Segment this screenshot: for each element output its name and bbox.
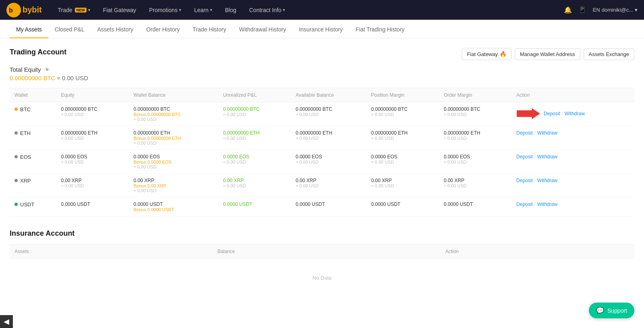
- total-equity-value: 0.00000000 BTC ≈ 0.00 USD: [10, 75, 634, 81]
- nav-promotions[interactable]: Promotions ▾: [142, 0, 188, 20]
- tab-withdrawal-history[interactable]: Withdrawal History: [233, 20, 293, 38]
- table-row: XRP0.00 XRP≈ 0.00 USD0.00 XRPBonus 0.00 …: [10, 174, 634, 197]
- action-separator: /: [534, 201, 535, 207]
- unrealized-pnl-cell: 0.00000000 ETH≈ 0.00 USD: [218, 126, 291, 150]
- tab-fiat-trading-history[interactable]: Fiat Trading History: [349, 20, 411, 38]
- nav-contract-label: Contract Info: [249, 7, 281, 13]
- order-margin-cell: 0.00 XRP≈ 0.00 USD: [439, 174, 511, 197]
- table-row: BTC0.00000000 BTC≈ 0.00 USD0.00000000 BT…: [10, 102, 634, 126]
- position-margin-cell: 0.0000 USDT: [366, 197, 439, 216]
- content: Trading Account Fiat Gateway 🔥 Manage Wa…: [0, 38, 644, 307]
- order-margin-cell: 0.0000 USDT: [439, 197, 511, 216]
- nav-trade[interactable]: Trade NEW ▾: [52, 0, 97, 20]
- coin-cell: XRP: [10, 174, 56, 197]
- user-menu[interactable]: EN dominiki@c... ▾: [593, 7, 638, 13]
- equity-eye-icon[interactable]: 👁: [44, 66, 50, 73]
- col-wallet-balance: Wallet Balance: [129, 88, 218, 102]
- nav-learn-label: Learn: [194, 7, 208, 13]
- equity-cell: 0.00000000 ETH≈ 0.00 USD: [56, 126, 128, 150]
- tab-order-history[interactable]: Order History: [140, 20, 186, 38]
- navbar: b bybit Trade NEW ▾ Fiat Gateway Promoti…: [0, 0, 644, 20]
- action-links: Deposit / Withdraw: [516, 178, 630, 183]
- support-label: Support: [607, 307, 627, 314]
- nav-trade-chevron: ▾: [88, 8, 90, 12]
- unrealized-pnl-cell: 0.0000 EOS≈ 0.00 USD: [218, 150, 291, 174]
- nav-promotions-chevron: ▾: [179, 8, 181, 12]
- withdraw-link[interactable]: Withdraw: [537, 201, 557, 207]
- withdraw-link[interactable]: Withdraw: [537, 130, 557, 136]
- fire-icon: 🔥: [500, 51, 506, 57]
- action-separator: /: [534, 154, 535, 160]
- notification-icon[interactable]: 🔔: [564, 6, 572, 14]
- fiat-gateway-label: Fiat Gateway: [467, 51, 498, 57]
- position-margin-cell: 0.00 XRP≈ 0.00 USD: [366, 174, 439, 197]
- insurance-account-section: Insurance Account Assets Balance Action …: [10, 229, 634, 297]
- available-balance-cell: 0.00000000 BTC≈ 0.00 USD: [291, 102, 366, 126]
- table-row: EOS0.0000 EOS≈ 0.00 USD0.0000 EOSBonus 0…: [10, 150, 634, 174]
- red-arrow-icon: [516, 106, 541, 121]
- col-action: Action: [512, 88, 634, 102]
- tab-insurance-history[interactable]: Insurance History: [293, 20, 349, 38]
- deposit-link[interactable]: Deposit: [516, 130, 533, 136]
- coin-cell: USDT: [10, 197, 56, 216]
- assets-exchange-button[interactable]: Assets Exchange: [584, 48, 634, 60]
- unrealized-pnl-cell: 0.00000000 BTC≈ 0.00 USD: [218, 102, 291, 126]
- available-balance-cell: 0.0000 EOS≈ 0.00 USD: [291, 150, 366, 174]
- coin-cell: BTC: [10, 102, 56, 126]
- support-button[interactable]: 💬 Support: [589, 303, 634, 318]
- trading-account-title: Trading Account: [10, 48, 66, 56]
- nav-trade-label: Trade: [58, 7, 72, 13]
- deposit-link[interactable]: Deposit: [516, 201, 533, 207]
- tabs-bar: My Assets Closed P&L Assets History Orde…: [0, 20, 644, 38]
- insurance-no-data: No Data: [10, 259, 634, 297]
- logo[interactable]: b bybit: [6, 3, 42, 17]
- deposit-link[interactable]: Deposit: [544, 111, 560, 116]
- insurance-col-balance: Balance: [213, 245, 440, 259]
- nav-items: Trade NEW ▾ Fiat Gateway Promotions ▾ Le…: [52, 0, 564, 20]
- order-margin-cell: 0.00000000 BTC≈ 0.00 USD: [439, 102, 511, 126]
- deposit-link[interactable]: Deposit: [516, 154, 533, 160]
- manage-wallet-button[interactable]: Manage Wallet Address: [515, 48, 580, 60]
- scroll-indicator[interactable]: ◀: [0, 315, 13, 328]
- withdraw-link[interactable]: Withdraw: [565, 111, 585, 116]
- nav-learn[interactable]: Learn ▾: [188, 0, 219, 20]
- action-links: Deposit / Withdraw: [544, 111, 585, 116]
- nav-blog-label: Blog: [225, 7, 236, 13]
- nav-contract-info[interactable]: Contract Info ▾: [243, 0, 291, 20]
- wallet-balance-cell: 0.00000000 BTCBonus 0.00000000 BTC≈ 0.00…: [129, 102, 218, 126]
- order-margin-cell: 0.00000000 ETH≈ 0.00 USD: [439, 126, 511, 150]
- table-row: USDT0.0000 USDT0.0000 USDTBonus 0.0000 U…: [10, 197, 634, 216]
- nav-blog[interactable]: Blog: [219, 0, 243, 20]
- action-links: Deposit / Withdraw: [516, 130, 630, 136]
- col-position-margin: Position Margin: [366, 88, 439, 102]
- tab-trade-history[interactable]: Trade History: [186, 20, 233, 38]
- col-available-balance: Available Balance: [291, 88, 366, 102]
- equity-cell: 0.0000 USDT: [56, 197, 128, 216]
- tab-my-assets[interactable]: My Assets: [10, 20, 48, 38]
- table-row: ETH0.00000000 ETH≈ 0.00 USD0.00000000 ET…: [10, 126, 634, 150]
- nav-fiat-gateway[interactable]: Fiat Gateway: [97, 0, 142, 20]
- support-chat-icon: 💬: [596, 307, 604, 314]
- action-cell: Deposit / Withdraw: [512, 150, 634, 174]
- unrealized-pnl-cell: 0.00 XRP≈ 0.00 USD: [218, 174, 291, 197]
- deposit-link[interactable]: Deposit: [516, 178, 533, 183]
- nav-right: 🔔 📱 EN dominiki@c... ▾: [564, 6, 638, 14]
- device-icon[interactable]: 📱: [578, 6, 586, 14]
- username-label: dominiki@c...: [602, 7, 633, 13]
- available-balance-cell: 0.00000000 ETH≈ 0.00 USD: [291, 126, 366, 150]
- insurance-no-data-row: No Data: [10, 259, 634, 297]
- action-cell: Deposit / Withdraw: [512, 126, 634, 150]
- withdraw-link[interactable]: Withdraw: [537, 154, 557, 160]
- action-cell: Deposit / Withdraw: [512, 197, 634, 216]
- nav-promotions-label: Promotions: [149, 7, 178, 13]
- tab-assets-history[interactable]: Assets History: [91, 20, 140, 38]
- withdraw-link[interactable]: Withdraw: [537, 178, 557, 183]
- svg-marker-2: [516, 108, 541, 120]
- col-equity: Equity: [56, 88, 128, 102]
- user-chevron-icon: ▾: [635, 7, 638, 13]
- action-separator: /: [561, 111, 563, 116]
- wallet-balance-cell: 0.0000 EOSBonus 0.0000 EOS≈ 0.00 USD: [129, 150, 218, 174]
- action-separator: /: [534, 130, 535, 136]
- fiat-gateway-button[interactable]: Fiat Gateway 🔥: [462, 48, 512, 60]
- tab-closed-pnl[interactable]: Closed P&L: [48, 20, 91, 38]
